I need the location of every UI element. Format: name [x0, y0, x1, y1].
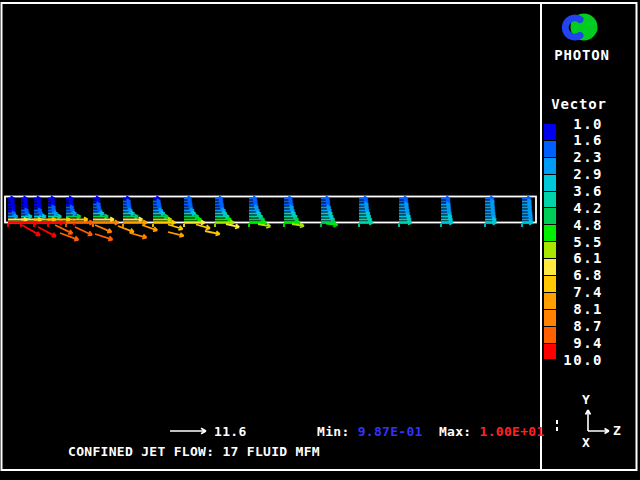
min-label: Min: [317, 424, 358, 439]
minmax-spacer [423, 424, 439, 439]
axis-label-y: Y [582, 392, 590, 407]
legend-value: 7.4 [558, 284, 603, 301]
legend-color-block [544, 175, 556, 191]
legend-title: Vector [548, 96, 610, 112]
legend-scale: 1.01.62.32.93.64.24.85.56.16.87.48.18.79… [558, 116, 603, 369]
legend-color-block [544, 225, 556, 241]
axis-label-x: X [582, 435, 590, 450]
legend-value: 9.4 [558, 335, 603, 352]
legend-value: 10.0 [558, 352, 603, 369]
legend-color-block [544, 259, 556, 275]
legend-value: 3.6 [558, 183, 603, 200]
legend-color-block [544, 242, 556, 258]
legend-value: 1.6 [558, 132, 603, 149]
legend-color-block [544, 192, 556, 208]
legend-value: 6.8 [558, 267, 603, 284]
legend-value: 8.1 [558, 301, 603, 318]
minmax-row: Min: 9.87E-01 Max: 1.00E+01 [317, 424, 545, 439]
legend-colorbar [544, 124, 556, 359]
legend-color-block [544, 344, 556, 360]
plot-title: CONFINED JET FLOW: 17 FLUID MFM [68, 444, 320, 459]
axis-label-z: Z [613, 423, 621, 438]
legend-value: 8.7 [558, 318, 603, 335]
legend-value: 1.0 [558, 116, 603, 133]
legend-color-block [544, 124, 556, 140]
legend-color-block [544, 141, 556, 157]
max-value: 1.00E+01 [480, 424, 545, 439]
velocity-vectors [8, 196, 533, 240]
legend-value: 5.5 [558, 234, 603, 251]
legend-value: 2.9 [558, 166, 603, 183]
legend-color-block [544, 276, 556, 292]
legend-color-block [544, 310, 556, 326]
legend-color-block [544, 158, 556, 174]
scale-arrow-icon [170, 428, 206, 434]
legend-color-block [544, 293, 556, 309]
app-name: PHOTON [548, 47, 616, 63]
legend-value: 4.2 [558, 200, 603, 217]
scale-value: 11.6 [214, 424, 247, 439]
min-value: 9.87E-01 [358, 424, 423, 439]
legend-value: 2.3 [558, 149, 603, 166]
legend-value: 6.1 [558, 250, 603, 267]
max-label: Max: [439, 424, 480, 439]
axis-triad-icon [586, 410, 610, 434]
legend-value: 4.8 [558, 217, 603, 234]
photon-window: PHOTON Vector 1.01.62.32.93.64.24.85.56.… [0, 0, 640, 480]
photon-logo-icon [565, 14, 597, 41]
legend-color-block [544, 208, 556, 224]
legend-color-block [544, 327, 556, 343]
